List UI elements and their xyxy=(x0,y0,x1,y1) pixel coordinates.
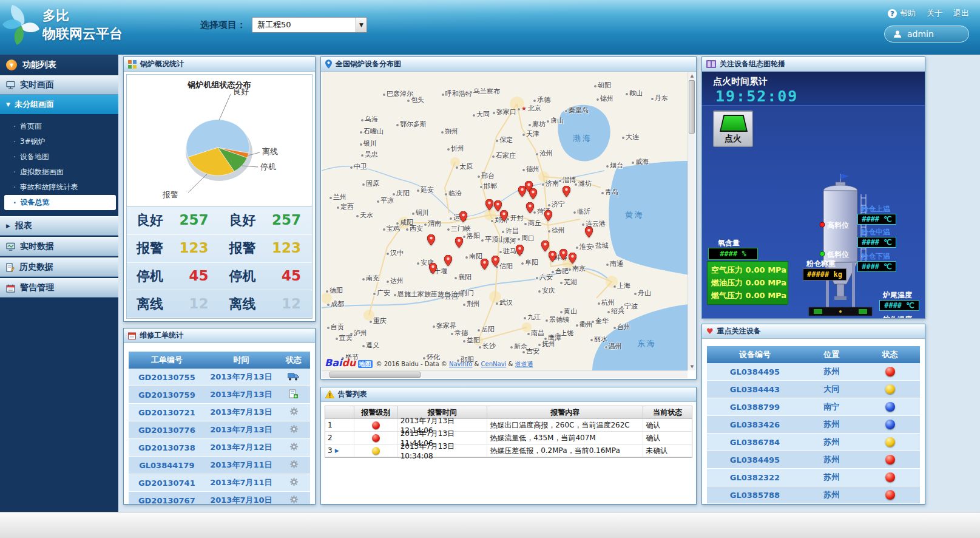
device-row[interactable]: GL0384443大同 xyxy=(707,381,920,398)
map-attribution-link[interactable]: NavInfo xyxy=(449,361,472,367)
sidebar-subitem[interactable]: ·设备总览 xyxy=(4,195,116,210)
map-vertical-scrollbar[interactable]: ▲ ▼ xyxy=(688,72,695,370)
map-city-label: 抚州 xyxy=(538,339,555,349)
map-city-label: 南京 xyxy=(568,264,586,273)
about-link[interactable]: 关于 xyxy=(927,8,942,19)
workorder-row[interactable]: GD201307212013年7月13日 xyxy=(129,404,310,421)
map-attribution-link[interactable]: 道道通 xyxy=(515,361,533,367)
map-marker-pin[interactable] xyxy=(444,255,452,266)
sidebar-item-realtime-data[interactable]: 实时数据 xyxy=(0,237,118,256)
workorder-row[interactable]: GD201307382013年7月12日 xyxy=(129,439,310,457)
sidebar-item-reports[interactable]: ▶ 报表 xyxy=(0,216,118,236)
map-marker-pin[interactable] xyxy=(516,245,524,256)
workorder-row[interactable]: GD201307412013年7月11日 xyxy=(129,474,310,492)
powder-temp-label: 粉仓下温 xyxy=(861,251,890,262)
map-marker-pin[interactable] xyxy=(569,253,576,264)
gear-status-icon[interactable] xyxy=(289,407,299,418)
truck-status-icon[interactable] xyxy=(288,372,300,383)
device-row[interactable]: GL0385788苏州 xyxy=(707,486,920,504)
map-city-label: 芜湖 xyxy=(559,278,577,287)
map-marker-pin[interactable] xyxy=(563,186,570,197)
map-marker-pin[interactable] xyxy=(518,186,526,197)
workorder-row[interactable]: GD201307552013年7月13日 xyxy=(129,369,310,386)
sidebar-item-ungrouped-screens[interactable]: ▼ 未分组画面 xyxy=(0,95,118,114)
workorder-row[interactable]: GD201307762013年7月13日 xyxy=(129,421,310,439)
alert-level-dot xyxy=(372,447,380,455)
map-marker-pin[interactable] xyxy=(427,234,435,245)
sidebar-subitem[interactable]: ·虚拟数据画面 xyxy=(0,165,118,180)
device-row[interactable]: GL0383426苏州 xyxy=(707,416,920,434)
sidebar-item-alert-management[interactable]: 警告管理 xyxy=(0,278,118,298)
sidebar-item-realtime-screen[interactable]: 实时画面 xyxy=(0,75,118,95)
help-link[interactable]: ? 帮助 xyxy=(888,8,916,19)
sidebar-subitem[interactable]: ·首页面 xyxy=(0,119,118,134)
map-canvas[interactable]: 渤海黄海东海 呼和浩特包头巴彦淖尔鄂尔多斯乌兰察布大同张家口承德★北京廊坊天津唐… xyxy=(322,72,688,370)
map-city-label: 定西 xyxy=(336,202,354,211)
gear-status-icon[interactable] xyxy=(289,477,299,488)
logout-link[interactable]: 退出 xyxy=(953,8,969,19)
workorder-row[interactable]: GL038441792013年7月11日 xyxy=(129,457,310,474)
map-marker-pin[interactable] xyxy=(459,211,467,222)
map-marker-pin[interactable] xyxy=(500,210,508,221)
alert-row[interactable]: 12013年7月13日 12:14:06热媒出口温度高报，260C，当前温度26… xyxy=(325,419,692,432)
map-marker-pin[interactable] xyxy=(559,249,567,260)
map-hscroll-thumb[interactable] xyxy=(329,372,421,378)
user-badge[interactable]: admin xyxy=(884,26,969,43)
map-city-label: 南昌 xyxy=(527,329,544,338)
gear-status-icon[interactable] xyxy=(289,460,299,471)
device-row[interactable]: GL0382322苏州 xyxy=(707,469,920,486)
chevron-down-icon[interactable]: ▼ xyxy=(356,18,367,32)
device-row[interactable]: GL0384495苏州 xyxy=(707,363,920,381)
scroll-down-icon[interactable]: ▼ xyxy=(688,364,696,369)
map-marker-pin[interactable] xyxy=(455,237,463,248)
map-city-label: 新余 xyxy=(510,342,527,351)
map-marker-pin[interactable] xyxy=(485,199,493,210)
gear-status-icon[interactable] xyxy=(289,424,299,435)
map-city-label: 舟山 xyxy=(634,288,651,298)
workorder-panel: 维修工单统计 工单编号时间状态 GD201307552013年7月13日GD20… xyxy=(123,328,316,505)
ignition-button[interactable]: 点火 xyxy=(713,111,753,147)
expand-row-icon[interactable]: ▶ xyxy=(335,448,339,454)
map-marker-pin[interactable] xyxy=(549,251,556,262)
map-marker-pin[interactable] xyxy=(526,202,534,213)
alert-row[interactable]: 22013年7月13日 11:44:06热媒流量低，435M，当前407M确认 xyxy=(325,432,692,444)
map-city-label: 青岛 xyxy=(601,188,618,197)
map-horizontal-scrollbar[interactable] xyxy=(322,370,688,378)
sidebar-subitem[interactable]: ·设备地图 xyxy=(0,149,118,165)
gear-status-icon[interactable] xyxy=(289,495,299,504)
map-city-label: 成都 xyxy=(326,299,344,308)
map-marker-pin[interactable] xyxy=(429,263,437,274)
map-city-label: 威海 xyxy=(631,157,649,166)
alert-row[interactable]: 3▶2013年7月13日 10:34:08热媒压差低报，0.2MPa，当前0.1… xyxy=(325,444,692,457)
workorder-row[interactable]: GD201307592013年7月13日 xyxy=(129,386,310,404)
map-marker-pin[interactable] xyxy=(481,259,488,270)
sidebar-subitem[interactable]: ·事故和故障统计表 xyxy=(0,180,118,195)
map-city-label: 长沙 xyxy=(478,342,496,351)
sidebar-subitem[interactable]: ·3#锅炉 xyxy=(0,134,118,149)
device-row[interactable]: GL0386784苏州 xyxy=(707,434,920,451)
map-marker-pin[interactable] xyxy=(585,226,593,237)
project-select[interactable]: 新工程50 ▼ xyxy=(252,17,367,33)
map-city-label: 汉中 xyxy=(386,248,404,257)
device-row[interactable]: GL0384495苏州 xyxy=(707,451,920,469)
chevron-down-icon: ▼ xyxy=(6,101,10,107)
map-attribution-link[interactable]: CenNavi xyxy=(481,361,507,367)
workorder-row[interactable]: GD201307672013年7月10日 xyxy=(129,492,310,504)
devices-panel-title: 重点关注设备 xyxy=(717,326,761,336)
map-city-label: 徐州 xyxy=(547,226,565,235)
map-marker-pin[interactable] xyxy=(541,240,549,251)
map-city-label: 大同 xyxy=(472,110,490,119)
gear-status-icon[interactable] xyxy=(289,442,299,453)
scroll-up-icon[interactable]: ▲ xyxy=(688,73,696,78)
doc-status-icon[interactable] xyxy=(289,389,299,401)
stat-right-pair: 离线12 xyxy=(220,295,313,313)
workorder-table-body: GD201307552013年7月13日GD201307592013年7月13日… xyxy=(129,369,310,504)
map-marker-pin[interactable] xyxy=(492,256,499,267)
map-city-label: 天水 xyxy=(356,211,373,220)
map-marker-pin[interactable] xyxy=(544,210,552,221)
device-row[interactable]: GL0388799南宁 xyxy=(707,398,920,416)
map-vscroll-thumb[interactable] xyxy=(689,80,695,134)
pressure-reading: 空气压力 0.00 MPa xyxy=(711,265,784,276)
map-marker-pin[interactable] xyxy=(529,188,537,199)
sidebar-item-history-data[interactable]: 历史数据 xyxy=(0,257,118,277)
